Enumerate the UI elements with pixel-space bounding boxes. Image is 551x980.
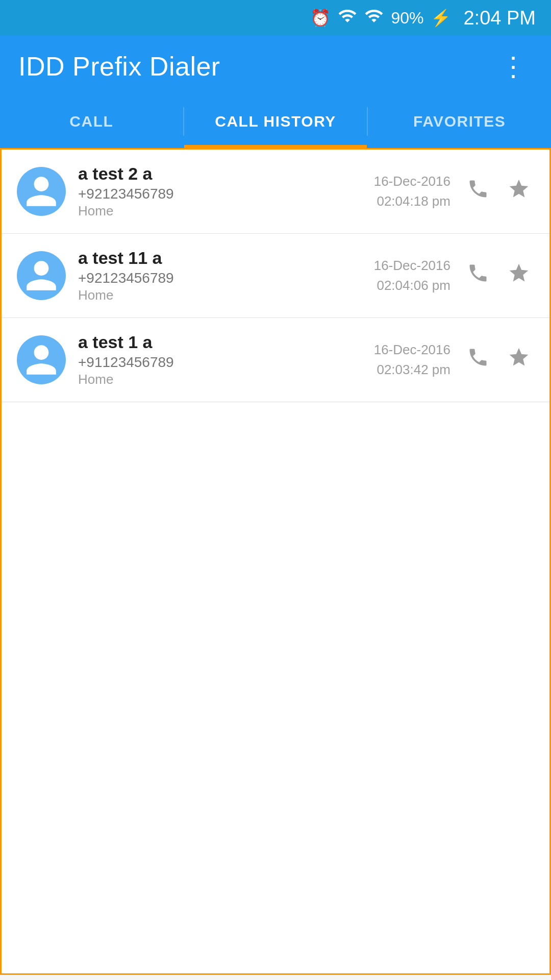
call-button[interactable]	[463, 174, 493, 209]
signal-icon	[364, 6, 384, 30]
call-actions	[463, 342, 534, 378]
alarm-icon: ⏰	[310, 8, 331, 28]
call-date: 16-Dec-2016	[374, 256, 450, 276]
contact-avatar	[17, 167, 66, 216]
charging-icon: ⚡	[431, 8, 451, 28]
status-time: 2:04 PM	[463, 7, 536, 29]
contact-number: +91123456789	[78, 354, 362, 371]
contact-number: +92123456789	[78, 186, 362, 202]
favorite-button[interactable]	[504, 342, 534, 378]
wifi-icon	[338, 6, 357, 30]
call-datetime: 16-Dec-2016 02:04:18 pm	[374, 172, 450, 211]
call-list-item: a test 2 a +92123456789 Home 16-Dec-2016…	[2, 150, 549, 234]
contact-name: a test 11 a	[78, 248, 362, 268]
call-actions	[463, 258, 534, 293]
favorite-button[interactable]	[504, 258, 534, 293]
favorite-button[interactable]	[504, 174, 534, 209]
tab-bar: CALL CALL HISTORY FAVORITES	[0, 97, 551, 148]
contact-name: a test 1 a	[78, 332, 362, 352]
call-list-item: a test 11 a +92123456789 Home 16-Dec-201…	[2, 234, 549, 318]
contact-avatar	[17, 251, 66, 300]
battery-percentage: 90%	[391, 9, 423, 28]
status-bar: ⏰ 90% ⚡ 2:04 PM	[0, 0, 551, 36]
contact-avatar	[17, 335, 66, 384]
tab-call[interactable]: CALL	[0, 97, 183, 146]
contact-info: a test 2 a +92123456789 Home	[78, 164, 362, 219]
overflow-menu-button[interactable]: ⋮	[495, 48, 533, 85]
call-button[interactable]	[463, 342, 493, 378]
contact-type: Home	[78, 287, 362, 303]
app-title: IDD Prefix Dialer	[18, 51, 220, 82]
call-list-item: a test 1 a +91123456789 Home 16-Dec-2016…	[2, 318, 549, 402]
call-date: 16-Dec-2016	[374, 340, 450, 360]
contact-info: a test 11 a +92123456789 Home	[78, 248, 362, 303]
contact-name: a test 2 a	[78, 164, 362, 184]
call-actions	[463, 174, 534, 209]
call-date: 16-Dec-2016	[374, 172, 450, 191]
tab-favorites[interactable]: FAVORITES	[368, 97, 551, 146]
contact-type: Home	[78, 372, 362, 387]
call-time: 02:04:06 pm	[374, 276, 450, 296]
contact-info: a test 1 a +91123456789 Home	[78, 332, 362, 387]
content-area: a test 2 a +92123456789 Home 16-Dec-2016…	[0, 148, 551, 975]
status-icons: ⏰ 90% ⚡ 2:04 PM	[310, 6, 536, 30]
call-time: 02:03:42 pm	[374, 360, 450, 380]
call-time: 02:04:18 pm	[374, 191, 450, 211]
call-button[interactable]	[463, 258, 493, 293]
tab-call-history[interactable]: CALL HISTORY	[184, 97, 367, 146]
contact-number: +92123456789	[78, 270, 362, 286]
contact-type: Home	[78, 203, 362, 219]
call-datetime: 16-Dec-2016 02:03:42 pm	[374, 340, 450, 380]
call-datetime: 16-Dec-2016 02:04:06 pm	[374, 256, 450, 296]
app-bar: IDD Prefix Dialer ⋮	[0, 36, 551, 97]
call-history-list: a test 2 a +92123456789 Home 16-Dec-2016…	[2, 150, 549, 402]
